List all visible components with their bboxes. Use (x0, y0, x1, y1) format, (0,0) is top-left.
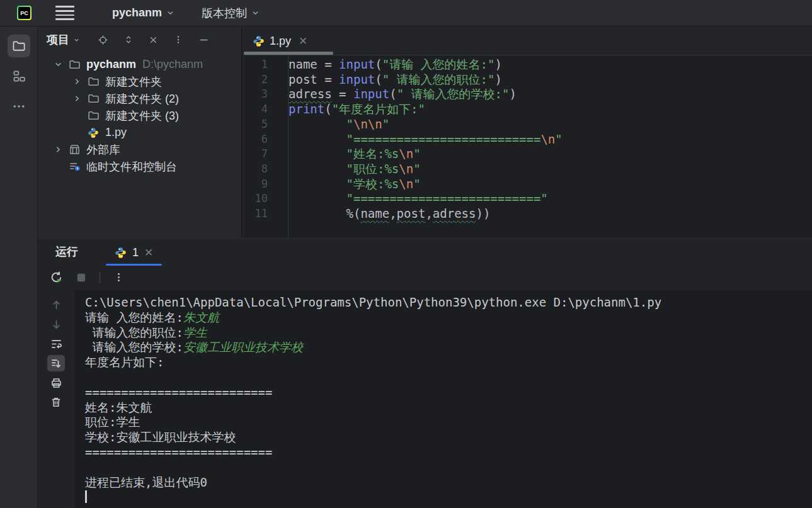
scratch-icon (68, 161, 81, 172)
code-line: 8 "职位:%s\n" (244, 162, 812, 177)
locate-file-icon[interactable] (98, 35, 108, 45)
scroll-to-end-icon (50, 358, 62, 370)
line-number: 4 (244, 102, 282, 117)
structure-tool-button[interactable] (8, 65, 30, 87)
vcs-widget-label: 版本控制 (202, 6, 247, 21)
code-text: "姓名:%s\n" (282, 147, 421, 162)
line-number: 6 (244, 132, 282, 147)
close-tab-icon[interactable]: ✕ (144, 246, 153, 259)
tree-item-pychanm[interactable]: pychanmD:\pychanm (38, 56, 241, 73)
more-tool-windows-button[interactable] (8, 95, 30, 118)
chevron-right-icon[interactable] (72, 94, 82, 103)
tree-item-label: 新建文件夹 (2) (105, 91, 179, 106)
chevron-down-icon (73, 37, 80, 43)
editor-tab-bar: 1.py ✕ (244, 27, 812, 55)
scroll-to-end-button[interactable] (47, 355, 65, 371)
tree-item-临时文件和控制台[interactable]: 临时文件和控制台 (38, 158, 241, 175)
console-toolbar (38, 290, 74, 508)
soft-wrap-button[interactable] (47, 336, 65, 352)
code-line: 10 "==========================" (244, 191, 812, 206)
tree-item-path: D:\pychanm (142, 58, 203, 71)
python-icon (87, 127, 100, 138)
console-line: 请输 入您的姓名:朱文航 (85, 310, 806, 325)
more-dots-icon (113, 272, 124, 283)
folder-icon (12, 39, 26, 53)
code-text: "职位:%s\n" (282, 162, 421, 177)
tree-item-label: 新建文件夹 (3) (105, 108, 179, 123)
tree-item-新建文件夹[interactable]: 新建文件夹 (38, 73, 241, 90)
line-number: 7 (244, 147, 282, 162)
collapse-all-icon[interactable] (149, 35, 158, 45)
soft-wrap-icon (50, 338, 62, 350)
editor-area[interactable]: 1.py ✕ 1name = input("请输 入您的姓名:")2post =… (244, 27, 812, 238)
chevron-right-icon[interactable] (72, 77, 82, 86)
python-file-icon (253, 35, 265, 47)
code-editor[interactable]: 1name = input("请输 入您的姓名:")2post = input(… (244, 55, 812, 222)
folder-icon (68, 59, 81, 71)
main-menu-icon[interactable] (55, 6, 74, 20)
run-more-options-button[interactable] (110, 269, 127, 286)
python-file-icon (115, 247, 127, 259)
chevron-down-icon[interactable] (53, 60, 63, 69)
rerun-button[interactable] (48, 269, 64, 286)
close-tab-icon[interactable]: ✕ (299, 35, 307, 48)
trash-icon (50, 397, 62, 408)
code-line: 11 %(name,post,adress)) (244, 206, 812, 222)
chevron-right-icon[interactable] (53, 145, 63, 154)
editor-tab-1py[interactable]: 1.py ✕ (244, 27, 317, 55)
project-panel-title: 项目 (47, 32, 69, 47)
tree-item-新建文件夹 (2)[interactable]: 新建文件夹 (2) (38, 90, 241, 107)
tree-item-1.py[interactable]: 1.py (38, 124, 241, 141)
active-tab-indicator (106, 264, 162, 266)
tree-item-label: 外部库 (86, 142, 120, 157)
folder-icon (87, 93, 100, 104)
vcs-widget[interactable]: 版本控制 (197, 3, 264, 24)
tree-item-新建文件夹 (3)[interactable]: 新建文件夹 (3) (38, 107, 241, 124)
activity-bar (0, 27, 38, 508)
code-line: 1name = input("请输 入您的姓名:") (244, 57, 812, 72)
project-tool-window: 项目 pychanmD:\pychanm新建文件夹新建文件夹 (2)新建文件夹 … (38, 27, 243, 238)
code-text: print("年度名片如下:" (282, 102, 425, 117)
hide-panel-icon[interactable] (198, 35, 209, 45)
stop-icon (76, 272, 87, 283)
line-number: 5 (244, 117, 282, 132)
more-icon (11, 99, 26, 114)
code-line: 2post = input(" 请输入您的职位:") (244, 72, 812, 87)
run-console-output[interactable]: C:\Users\chen1\AppData\Local\Programs\Py… (74, 290, 812, 508)
code-line: 7 "姓名:%s\n" (244, 147, 812, 162)
pycharm-logo-icon: PC (17, 6, 31, 20)
line-number: 2 (244, 72, 282, 87)
print-icon (50, 377, 62, 389)
run-tab-1[interactable]: 1 ✕ (106, 246, 162, 266)
project-switcher[interactable]: pychanm (107, 3, 179, 23)
console-line: 进程已结束,退出代码0 (85, 475, 806, 490)
line-number: 3 (244, 87, 282, 102)
more-dots-icon[interactable] (173, 35, 183, 45)
console-line: C:\Users\chen1\AppData\Local\Programs\Py… (85, 295, 806, 310)
down-arrow-icon (50, 319, 62, 330)
library-icon (68, 144, 81, 155)
down-the-stack-trace-button[interactable] (47, 316, 65, 332)
stop-button[interactable] (73, 269, 89, 286)
main-toolbar: PC pychanm 版本控制 (0, 0, 812, 26)
editor-tab-label: 1.py (270, 35, 291, 48)
line-number: 11 (244, 206, 282, 222)
tree-item-label: 1.py (105, 126, 127, 139)
tree-item-label: 临时文件和控制台 (86, 159, 177, 174)
tree-item-外部库[interactable]: 外部库 (38, 141, 241, 158)
print-button[interactable] (47, 375, 65, 391)
line-number: 9 (244, 177, 282, 192)
chevron-down-icon (167, 9, 174, 16)
project-tool-button[interactable] (8, 35, 30, 57)
console-line: 职位:学生 (85, 415, 806, 430)
code-line: 3adress = input(" 请输入您的学校:") (244, 87, 812, 102)
folder-icon (87, 76, 100, 87)
up-the-stack-trace-button[interactable] (47, 296, 65, 313)
clear-console-button[interactable] (47, 394, 65, 410)
code-line: 9 "学校:%s\n" (244, 177, 812, 192)
project-view-dropdown[interactable]: 项目 (47, 32, 80, 47)
code-text: "\n\n" (282, 117, 389, 132)
console-line: 请输入您的学校:安徽工业职业技术学校 (85, 340, 806, 355)
rerun-icon (50, 271, 63, 284)
expand-collapse-icon[interactable] (123, 35, 134, 45)
